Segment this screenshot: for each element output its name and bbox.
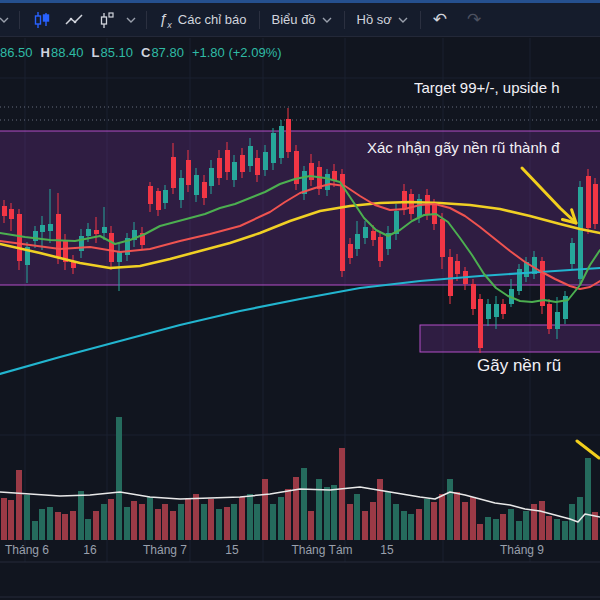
- profile-menu-button[interactable]: Hồ sơ: [351, 6, 414, 34]
- drawing-regions: [0, 131, 600, 352]
- volume-arrow[interactable]: [577, 441, 599, 458]
- breakdown-annotation[interactable]: Gãy nền rũ: [477, 356, 561, 376]
- trading-chart-app: ƒx Các chỉ báo Biểu đồ Hồ sơ ↶ ↷ 86.50 H…: [0, 0, 600, 600]
- indicators-label: Các chỉ báo: [178, 12, 247, 27]
- chevron-down-icon[interactable]: [122, 17, 140, 23]
- chart-menu-button[interactable]: Biểu đồ: [266, 6, 338, 34]
- candlestick-icon: [32, 10, 52, 30]
- close-label: C: [141, 45, 150, 60]
- fx-icon: ƒx: [159, 10, 172, 30]
- high-value: 88.40: [51, 45, 84, 60]
- confirmation-annotation[interactable]: Xác nhận gãy nền rũ thành đ: [367, 139, 600, 156]
- x-axis-label: Tháng 9: [500, 543, 544, 557]
- chevron-down-icon: [398, 17, 408, 23]
- x-axis-label: 15: [225, 543, 238, 557]
- toolbar-divider: [420, 11, 421, 29]
- chevron-down-icon: [322, 17, 332, 23]
- x-axis-label: 15: [380, 543, 393, 557]
- hollow-candle-icon: [96, 10, 116, 30]
- high-label: H: [41, 45, 50, 60]
- indicators-button[interactable]: ƒx Các chỉ báo: [153, 6, 253, 34]
- pane-borders: [0, 562, 600, 597]
- candlestick-style-button[interactable]: [26, 6, 58, 34]
- line-chart-icon: [64, 10, 84, 30]
- low-value: 85.10: [100, 45, 133, 60]
- toolbar-divider: [344, 11, 345, 29]
- hollow-candle-style-button[interactable]: [90, 6, 122, 34]
- chevron-down-icon[interactable]: [0, 17, 13, 23]
- toolbar-divider: [259, 11, 260, 29]
- breakdown-box-region[interactable]: [420, 325, 600, 352]
- undo-button[interactable]: ↶: [427, 6, 453, 34]
- redo-button[interactable]: ↷: [461, 6, 487, 34]
- time-axis[interactable]: Tháng 616Tháng 715Tháng Tám15Tháng 9: [0, 543, 600, 562]
- undo-icon: ↶: [433, 11, 447, 28]
- toolbar-divider: [19, 11, 20, 29]
- ohlc-row: 86.50 H88.40 L85.10 C87.80 +1.80 (+2.09%…: [0, 45, 282, 60]
- low-label: L: [91, 45, 99, 60]
- chart-menu-label: Biểu đồ: [272, 12, 316, 27]
- redo-icon: ↷: [467, 11, 481, 28]
- open-value: 86.50: [0, 45, 33, 60]
- x-axis-label: 16: [83, 543, 96, 557]
- dotted-levels: [0, 107, 600, 120]
- x-axis-label: Tháng Tám: [291, 543, 352, 557]
- toolbar-divider: [146, 11, 147, 29]
- profile-menu-label: Hồ sơ: [357, 12, 392, 27]
- chart-toolbar: ƒx Các chỉ báo Biểu đồ Hồ sơ ↶ ↷: [0, 3, 600, 37]
- change-value: +1.80 (+2.09%): [192, 45, 282, 60]
- close-value: 87.80: [151, 45, 184, 60]
- target-annotation[interactable]: Target 99+/-, upside h: [414, 79, 600, 96]
- x-axis-label: Tháng 6: [5, 543, 49, 557]
- line-style-button[interactable]: [58, 6, 90, 34]
- x-axis-label: Tháng 7: [143, 543, 187, 557]
